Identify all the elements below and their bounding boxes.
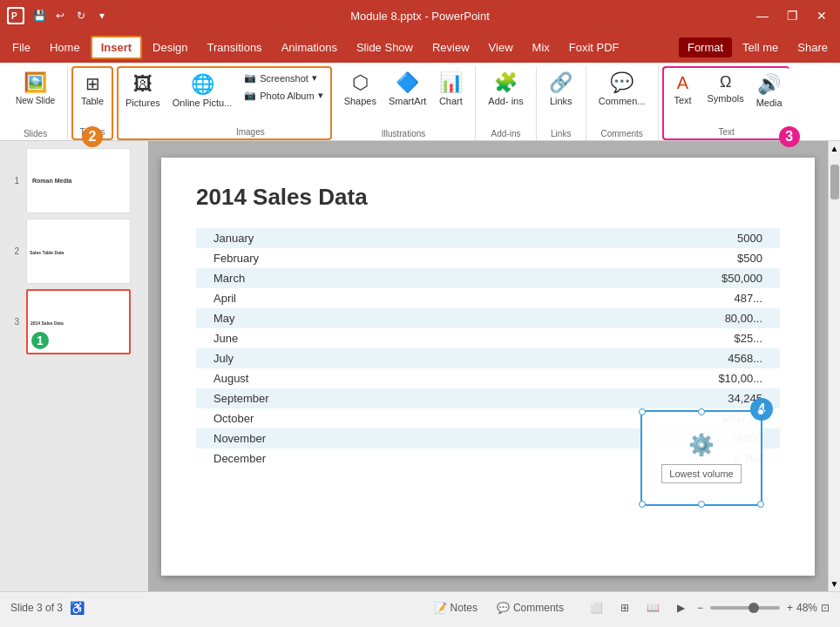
month-cell: October (213, 412, 254, 425)
addins-button[interactable]: 🧩 Add- ins (483, 68, 528, 110)
text-button[interactable]: A Text (666, 70, 701, 109)
online-pictures-button[interactable]: 🌐 Online Pictu... (167, 70, 237, 111)
menu-bar: File Home Insert Design Transitions Anim… (0, 31, 840, 63)
customize-qat-button[interactable]: ▾ (92, 6, 112, 25)
zoom-out-button[interactable]: − (697, 602, 703, 614)
close-button[interactable]: ✕ (810, 4, 833, 27)
handle-tr (757, 408, 764, 415)
menu-share[interactable]: Share (789, 37, 837, 57)
menu-insert[interactable]: Insert (91, 36, 142, 59)
screenshot-button[interactable]: 📷 Screenshot ▾ (239, 70, 328, 86)
table-button[interactable]: ⊞ Table (75, 70, 110, 110)
text-icon: A (677, 73, 688, 93)
reading-view-button[interactable]: 📖 (640, 600, 667, 616)
chart-icon: 📊 (439, 71, 463, 94)
new-slide-label: New Slide (16, 96, 55, 105)
zoom-slider[interactable] (710, 606, 780, 610)
scroll-down-button[interactable]: ▼ (828, 576, 840, 591)
notes-button[interactable]: 📝 Notes (427, 600, 484, 616)
amount-cell: $10,00... (718, 372, 762, 385)
online-pictures-icon: 🌐 (191, 73, 214, 96)
normal-view-button[interactable]: ⬜ (583, 600, 610, 616)
ribbon-group-images: 🖼 Pictures 🌐 Online Pictu... 📷 Screensho… (117, 66, 332, 140)
menu-slideshow[interactable]: Slide Show (348, 37, 422, 57)
comments-status-icon: 💬 (497, 602, 510, 614)
vertical-scrollbar[interactable]: ▲ ▼ (828, 141, 840, 591)
table-row: August$10,00... (196, 368, 780, 388)
menu-home[interactable]: Home (41, 37, 89, 57)
amount-cell: 5000 (737, 232, 762, 245)
photo-album-icon: 📷 (244, 90, 256, 101)
smartart-icon: 🔷 (396, 71, 419, 94)
status-left: Slide 3 of 3 ♿ (10, 601, 85, 615)
callout-text: Lowest volume (661, 464, 741, 483)
comments-button[interactable]: 💬 Comments (490, 600, 571, 616)
addins-icon: 🧩 (494, 71, 518, 94)
menu-format[interactable]: Format (679, 37, 732, 57)
table-row: April487... (196, 288, 780, 308)
save-button[interactable]: 💾 (30, 6, 49, 25)
shapes-button[interactable]: ⬡ Shapes (339, 68, 382, 110)
minimize-button[interactable]: — (751, 4, 774, 27)
menu-transitions[interactable]: Transitions (199, 37, 271, 57)
menu-animations[interactable]: Animations (273, 37, 346, 57)
online-pictures-label: Online Pictu... (173, 98, 232, 108)
month-cell: July (213, 352, 234, 365)
ribbon-group-comments: 💬 Commen... Comments (590, 66, 659, 140)
slide-sorter-button[interactable]: ⊞ (613, 600, 636, 616)
comments-button[interactable]: 💬 Commen... (593, 68, 651, 110)
month-cell: January (213, 232, 254, 245)
presentation-button[interactable]: ▶ (670, 600, 692, 616)
slide-1-thumbnail[interactable]: Roman Media (26, 148, 131, 213)
ribbon-group-addins: 🧩 Add- ins Add-ins (479, 66, 536, 140)
scroll-thumb[interactable] (830, 165, 839, 199)
media-label: Media (756, 98, 782, 108)
menu-review[interactable]: Review (423, 37, 478, 57)
media-button[interactable]: 🔊 Media (751, 70, 788, 111)
month-cell: April (213, 292, 236, 305)
amount-cell: $25... (734, 332, 762, 345)
smartart-button[interactable]: 🔷 SmartArt (383, 68, 431, 110)
undo-button[interactable]: ↩ (51, 6, 70, 25)
text-label: Text (674, 95, 691, 105)
slide-3-thumbnail[interactable]: 1 2014 Sales Data (26, 289, 131, 354)
links-icon: 🔗 (549, 71, 572, 94)
handle-bl (639, 501, 646, 508)
zoom-level: 48% (796, 602, 817, 614)
chart-button[interactable]: 📊 Chart (433, 68, 468, 110)
menu-tell-me[interactable]: Tell me (734, 37, 787, 57)
symbols-button[interactable]: Ω Symbols (702, 70, 749, 107)
handle-tl (639, 408, 646, 415)
comments-group-label: Comments (593, 125, 651, 138)
slide-2-thumbnail[interactable]: Sales Table Data (26, 219, 131, 284)
shapes-icon: ⬡ (352, 71, 369, 94)
table-row: February$500 (196, 248, 780, 268)
pictures-button[interactable]: 🖼 Pictures (120, 70, 166, 111)
menu-foxit[interactable]: Foxit PDF (560, 37, 628, 57)
slide-panel: 1 Roman Media 2 Sales Table Data (0, 141, 148, 591)
app-icon: P (7, 7, 24, 24)
illustrations-group-label: Illustrations (339, 125, 469, 138)
photo-album-button[interactable]: 📷 Photo Album ▾ (239, 87, 328, 104)
screenshot-label: Screenshot (260, 73, 308, 84)
media-icon: 🔊 (757, 73, 781, 96)
redo-button[interactable]: ↻ (71, 6, 91, 25)
menu-view[interactable]: View (480, 37, 522, 57)
menu-design[interactable]: Design (144, 37, 196, 57)
zoom-thumb (749, 603, 759, 613)
links-button[interactable]: 🔗 Links (544, 68, 579, 110)
new-slide-button[interactable]: 🖼️ New Slide (10, 68, 60, 109)
scroll-up-button[interactable]: ▲ (828, 141, 840, 156)
restore-button[interactable]: ❐ (781, 4, 803, 27)
handle-tm (698, 408, 705, 415)
month-cell: March (213, 272, 245, 285)
menu-mix[interactable]: Mix (524, 37, 559, 57)
symbols-label: Symbols (708, 93, 744, 104)
slide-canvas: 2014 Sales Data January5000February$500M… (161, 158, 815, 576)
zoom-in-button[interactable]: + (787, 602, 793, 614)
menu-file[interactable]: File (3, 37, 39, 57)
fit-button[interactable]: ⊡ (821, 602, 830, 614)
ribbon-group-text: 3 A Text Ω Symbols 🔊 Media Text (662, 66, 789, 140)
month-cell: May (213, 312, 235, 325)
callout-box[interactable]: 4 ⚙️ Lowest volume (640, 410, 762, 506)
